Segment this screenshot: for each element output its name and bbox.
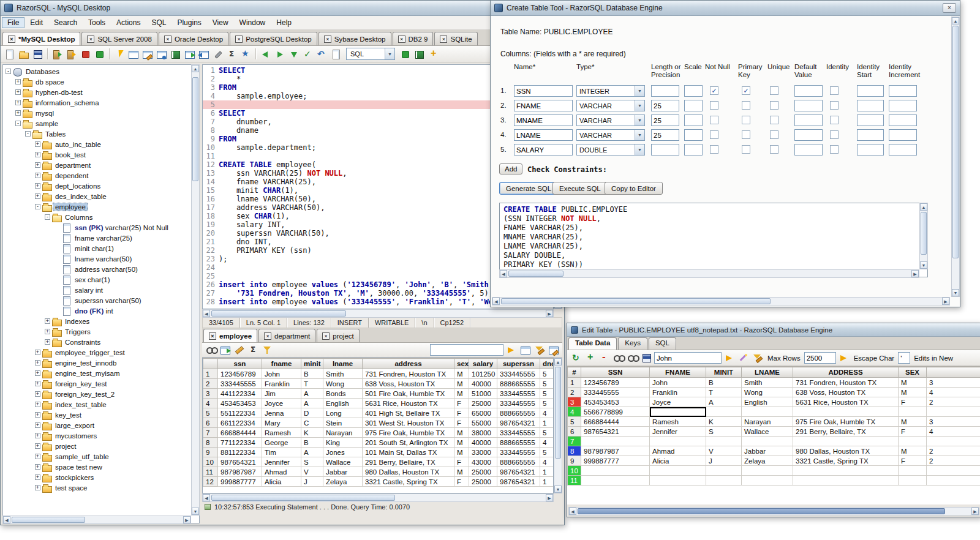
new-editor-tab-icon[interactable] xyxy=(330,48,342,61)
scroll-arrow-icon[interactable]: ▲ xyxy=(920,203,927,211)
tree-item-mycustomers[interactable]: +mycustomers xyxy=(4,430,190,441)
generate-ddl-icon[interactable] xyxy=(169,48,182,61)
expand-icon[interactable]: + xyxy=(35,433,40,438)
col-ssn[interactable]: ssn xyxy=(218,359,262,369)
cell[interactable] xyxy=(650,437,706,446)
expand-icon[interactable]: + xyxy=(35,152,40,157)
menu-window[interactable]: Window xyxy=(234,17,271,28)
cell[interactable]: 987654321 xyxy=(581,427,650,437)
edit-row[interactable]: 45566778899 xyxy=(568,407,980,417)
database-tree[interactable]: -Databases+db space+hyphen-db-test+infor… xyxy=(4,66,190,514)
col-sex[interactable]: SEX xyxy=(899,367,927,378)
tree-item-key-test[interactable]: +key_test xyxy=(4,410,190,420)
cell[interactable]: Alicia xyxy=(650,456,706,466)
connection-tab-sybase-desktop[interactable]: ×Sybase Desktop xyxy=(318,32,391,45)
scroll-arrow-icon[interactable]: ◀ xyxy=(3,516,10,523)
tree-item-constraints[interactable]: +Constraints xyxy=(4,337,190,347)
cell[interactable]: 5631 Rice, Houston TX xyxy=(793,397,899,407)
cell[interactable] xyxy=(742,476,793,486)
cell[interactable]: 638 Voss, Houston TX xyxy=(793,388,899,397)
result-row[interactable]: 6661122334MaryCStein301 West St. Houston… xyxy=(203,418,554,428)
scroll-arrow-icon[interactable]: ▼ xyxy=(952,289,959,296)
length-input[interactable] xyxy=(651,85,679,97)
scroll-arrow-icon[interactable]: ▲ xyxy=(192,65,199,72)
menu-sql[interactable]: SQL xyxy=(146,17,172,28)
cell[interactable] xyxy=(742,437,793,446)
cell[interactable] xyxy=(927,407,980,417)
expand-icon[interactable]: + xyxy=(45,339,50,345)
identity-checkbox[interactable] xyxy=(830,130,839,139)
tree-item-ssn-pk-varchar-25-not-null[interactable]: ssn (PK) varchar(25) Not Null xyxy=(4,222,190,233)
cell[interactable] xyxy=(706,476,742,486)
not-null-checkbox[interactable] xyxy=(710,145,718,154)
cell[interactable]: 3321 Castle, Spring TX xyxy=(793,456,899,466)
tree-item-lname-varchar-50[interactable]: lname varchar(50) xyxy=(4,253,190,264)
column-name-input[interactable] xyxy=(514,85,573,97)
identity-increment-input[interactable] xyxy=(889,85,917,97)
cell[interactable]: Ramesh xyxy=(650,417,706,427)
scrollbar-thumb[interactable] xyxy=(501,298,771,304)
cell[interactable]: F xyxy=(899,397,927,407)
cell[interactable]: 291 Berry, Bellaire, TX xyxy=(793,427,899,437)
result-tab-department[interactable]: ×department xyxy=(258,329,315,342)
cell[interactable] xyxy=(706,437,742,446)
tree-item-sample[interactable]: -sample xyxy=(4,118,190,129)
scroll-arrow-icon[interactable]: ◀ xyxy=(500,270,507,277)
export-data-icon[interactable] xyxy=(183,48,196,61)
scroll-arrow-icon[interactable]: ▶ xyxy=(546,310,553,317)
expand-icon[interactable]: + xyxy=(35,193,40,199)
scrollbar-thumb[interactable] xyxy=(555,367,561,459)
cell[interactable] xyxy=(927,466,980,476)
identity-start-input[interactable] xyxy=(857,114,884,126)
expand-icon[interactable]: + xyxy=(35,485,40,490)
collapse-icon[interactable]: - xyxy=(15,121,21,126)
cell[interactable]: 980 Dallas, Houston TX xyxy=(793,446,899,456)
not-null-checkbox[interactable] xyxy=(710,130,718,139)
scroll-arrow-icon[interactable]: ▼ xyxy=(192,508,199,515)
identity-start-input[interactable] xyxy=(857,85,884,97)
result-tab-project[interactable]: ×project xyxy=(317,329,360,342)
tab-close-icon[interactable]: × xyxy=(209,332,216,340)
tree-item-columns[interactable]: -Columns xyxy=(4,212,190,222)
column-name-input[interactable] xyxy=(514,114,573,126)
expand-icon[interactable]: + xyxy=(35,474,40,480)
scroll-arrow-icon[interactable]: ▶ xyxy=(911,270,919,277)
tree-item-fname-varchar-25[interactable]: fname varchar(25) xyxy=(4,233,190,243)
insert-row-icon[interactable] xyxy=(584,351,597,364)
expand-icon[interactable]: + xyxy=(45,329,50,334)
default-value-input[interactable] xyxy=(794,144,823,156)
expand-icon[interactable]: + xyxy=(35,391,40,397)
tab-table-data[interactable]: Table Data xyxy=(568,337,617,350)
scroll-arrow-icon[interactable]: ▶ xyxy=(183,516,190,523)
tree-item-dept-locations[interactable]: +dept_locations xyxy=(4,181,190,191)
cell[interactable] xyxy=(581,476,650,486)
edit-window-titlebar[interactable]: Edit Table - PUBLIC.EMPLOYEE utf8_notepa… xyxy=(567,323,980,337)
sql-mode-dropdown[interactable]: SQL▼ xyxy=(346,48,395,60)
col-[interactable]: # xyxy=(568,367,581,378)
cell[interactable]: F xyxy=(899,456,927,466)
cell[interactable]: V xyxy=(706,446,742,456)
result-tab-employee[interactable]: ×employee xyxy=(203,329,257,342)
edit-row[interactable]: 10 xyxy=(568,466,980,476)
tree-item-superssn-varchar-50[interactable]: superssn varchar(50) xyxy=(4,295,190,306)
import-data-icon[interactable] xyxy=(197,48,210,61)
scrollbar-thumb[interactable] xyxy=(921,212,927,255)
cell[interactable]: 4 xyxy=(927,388,980,397)
tree-item-book-test[interactable]: +book_test xyxy=(4,149,190,160)
tab-close-icon[interactable]: × xyxy=(235,36,243,43)
connection-tab-mysql-desktop[interactable]: ×*MySQL Desktop xyxy=(2,32,80,45)
cell[interactable]: J xyxy=(706,456,742,466)
tree-item-dno-fk-int[interactable]: dno (FK) int xyxy=(4,306,190,316)
scale-input[interactable] xyxy=(684,85,703,97)
scrollbar-thumb[interactable] xyxy=(211,310,346,317)
cell[interactable] xyxy=(899,407,927,417)
forward-icon[interactable] xyxy=(273,48,286,61)
tree-item-project[interactable]: +project xyxy=(4,441,190,451)
open-file-icon[interactable] xyxy=(17,48,30,61)
cell[interactable] xyxy=(899,437,927,446)
aggregate-icon[interactable] xyxy=(225,48,238,61)
copy-grid-icon[interactable] xyxy=(547,343,560,356)
menu-tools[interactable]: Tools xyxy=(83,17,111,28)
edit-table-icon[interactable] xyxy=(141,48,154,61)
expand-icon[interactable]: + xyxy=(15,89,21,95)
